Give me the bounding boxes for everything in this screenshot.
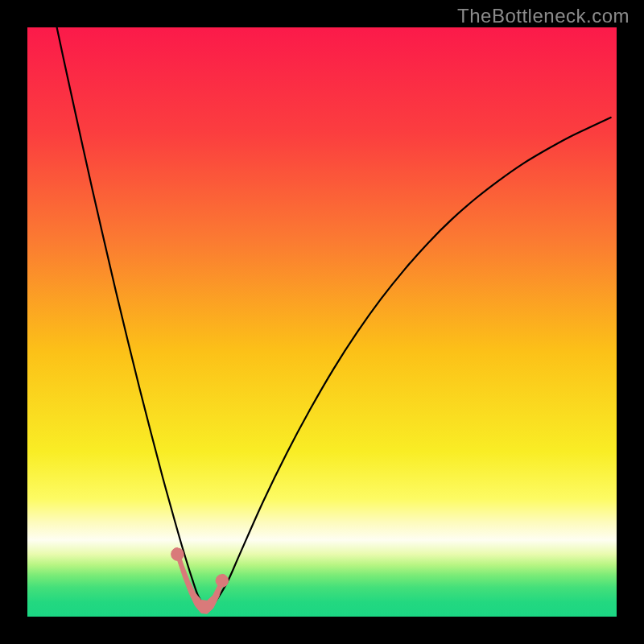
bottom-marker-cap	[171, 547, 184, 560]
bottleneck-plot	[0, 0, 644, 644]
chart-frame: TheBottleneck.com	[0, 0, 644, 644]
bottom-marker-cap	[216, 574, 229, 587]
plot-background	[27, 27, 617, 617]
watermark-text: TheBottleneck.com	[457, 5, 630, 27]
